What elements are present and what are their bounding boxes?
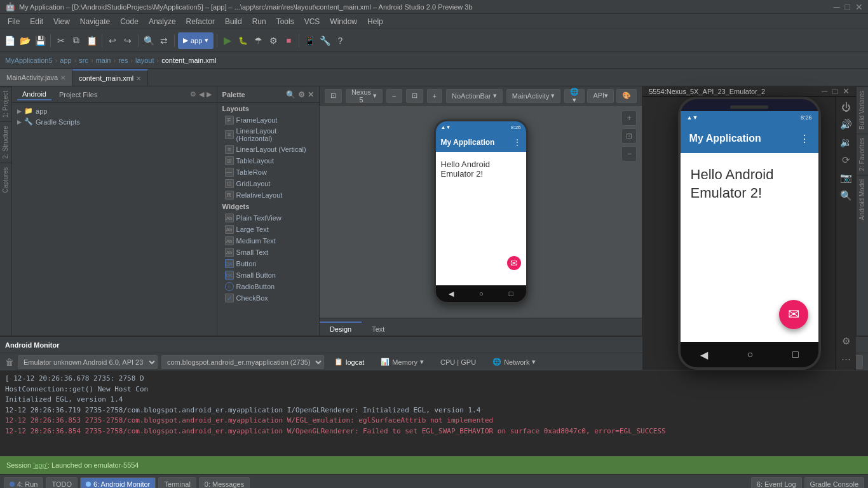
theme-btn[interactable]: 🎨 (616, 89, 637, 103)
panel-chevron-left[interactable]: ◀ (199, 90, 204, 98)
menu-help[interactable]: Help (362, 16, 388, 27)
fit-screen-btn[interactable]: ⊡ (406, 89, 423, 103)
phone-fab[interactable]: ✉ (507, 256, 521, 270)
emu-power-btn[interactable]: ⏻ (841, 102, 851, 112)
emulator-minimize-btn[interactable]: ─ (822, 86, 827, 96)
android-monitor-btn[interactable]: 6: Android Monitor (80, 477, 156, 489)
panel-settings-icon[interactable]: ⚙ (190, 90, 196, 98)
debug-btn[interactable]: 🐛 (236, 34, 250, 48)
layout-toggle-btn[interactable]: ⊡ (325, 89, 342, 103)
palette-tablelayout[interactable]: ⊞ TableLayout (217, 155, 319, 166)
canvas-zoom-fit-btn[interactable]: ⊡ (621, 128, 637, 144)
palette-relativelayout[interactable]: R RelativeLayout (217, 189, 319, 201)
canvas-area[interactable]: ▲▼ 8:26 My Application ⋮ Hello Android E… (320, 105, 642, 318)
event-log-btn[interactable]: 6: Event Log (751, 477, 802, 489)
help-btn[interactable]: ? (333, 34, 347, 48)
run-btn[interactable]: ▶ (220, 34, 234, 48)
package-selector[interactable]: com.blogspot.android_er.myapplication (2… (161, 355, 324, 369)
vtab-project[interactable]: 1: Project (0, 86, 11, 121)
activity-selector[interactable]: MainActivity▾ (506, 89, 561, 103)
palette-gridlayout[interactable]: ⊡ GridLayout (217, 178, 319, 189)
app-dropdown[interactable]: ▶ app ▾ (178, 32, 214, 49)
palette-linearlayout-h[interactable]: ≡ LinearLayout (Horizontal) (217, 126, 319, 144)
view-tab-design[interactable]: Design (320, 322, 362, 336)
bc-item-3[interactable]: main (96, 57, 111, 64)
maximize-btn[interactable]: □ (845, 2, 850, 12)
emulator-maximize-btn[interactable]: □ (832, 86, 837, 96)
emu-settings-btn[interactable]: ⚙ (842, 336, 850, 347)
palette-settings-icon[interactable]: ⚙ (298, 90, 305, 99)
palette-linearlayout-v[interactable]: ≡ LinearLayout (Vertical) (217, 144, 319, 155)
palette-tablerow[interactable]: — TableRow (217, 166, 319, 178)
vtab-android-model[interactable]: Android Model (857, 175, 868, 224)
coverage-btn[interactable]: ☂ (251, 34, 265, 48)
palette-search-icon[interactable]: 🔍 (286, 90, 295, 99)
panel-tab-project-files[interactable]: Project Files (54, 90, 103, 100)
paste-btn[interactable]: 📋 (85, 34, 98, 48)
emu-volume-up-btn[interactable]: 🔊 (840, 119, 852, 130)
tree-item-gradle[interactable]: ▶ 🔧 Gradle Scripts (12, 116, 217, 127)
panel-chevron-right[interactable]: ▶ (207, 90, 212, 98)
emu-screenshot-btn[interactable]: 📷 (840, 172, 852, 184)
bc-item-4[interactable]: res (118, 57, 128, 64)
new-file-btn[interactable]: 📄 (3, 34, 17, 48)
bc-item-1[interactable]: app (60, 57, 71, 64)
menu-analyze[interactable]: Analyze (144, 16, 181, 27)
palette-small-button[interactable]: OK Small Button (217, 269, 319, 281)
vtab-build-variants[interactable]: Build Variants (857, 86, 868, 133)
delete-icon[interactable]: 🗑 (5, 357, 14, 367)
monitor-tab-network[interactable]: 🌐 Network ▾ (486, 356, 542, 367)
emu-more-btn[interactable]: ⋯ (841, 353, 851, 365)
emu-volume-down-btn[interactable]: 🔉 (840, 137, 852, 148)
terminal-btn[interactable]: Terminal (158, 477, 196, 489)
messages-btn[interactable]: 0: Messages (199, 477, 250, 489)
redo-btn[interactable]: ↪ (121, 34, 135, 48)
palette-small-text[interactable]: Ab Small Text (217, 247, 319, 258)
phone-back-btn[interactable]: ◀ (449, 290, 454, 298)
cut-btn[interactable]: ✂ (54, 34, 68, 48)
panel-tab-android[interactable]: Android (17, 89, 51, 100)
zoom-out-btn[interactable]: − (386, 89, 402, 103)
monitor-tab-logcat[interactable]: 📋 logcat (328, 356, 370, 367)
palette-large-text[interactable]: Ab Large Text (217, 224, 319, 235)
emu-zoom-btn[interactable]: 🔍 (840, 190, 852, 201)
todo-btn[interactable]: TODO (46, 477, 78, 489)
palette-plain-textview[interactable]: Ab Plain TextView (217, 212, 319, 224)
gradle-console-btn[interactable]: Gradle Console (804, 477, 864, 489)
locale-btn[interactable]: 🌐▾ (564, 89, 585, 103)
profile-btn[interactable]: ⚙ (266, 34, 280, 48)
zoom-in-btn[interactable]: + (427, 89, 442, 103)
device-selector[interactable]: Nexus 5▾ (346, 89, 383, 103)
tab-content-main-close[interactable]: ✕ (136, 75, 141, 82)
tab-main-activity[interactable]: MainActivity.java ✕ (0, 69, 72, 86)
menu-code[interactable]: Code (115, 16, 144, 27)
emu-fab[interactable]: ✉ (779, 300, 808, 329)
session-app-link[interactable]: 'app' (33, 461, 48, 469)
stop-btn[interactable]: ■ (281, 34, 295, 48)
emu-home-btn[interactable]: ○ (747, 349, 753, 360)
emulator-close-btn[interactable]: ✕ (843, 86, 850, 96)
menu-view[interactable]: View (48, 16, 75, 27)
vtab-structure[interactable]: 2: Structure (0, 121, 11, 163)
undo-btn[interactable]: ↩ (105, 34, 119, 48)
emu-rotate-btn[interactable]: ⟳ (842, 154, 850, 166)
menu-navigate[interactable]: Navigate (75, 16, 115, 27)
canvas-zoom-out-btn[interactable]: − (621, 146, 637, 161)
network-options-icon[interactable]: ▾ (532, 358, 536, 366)
avd-btn[interactable]: 📱 (302, 34, 316, 48)
api-level-btn[interactable]: API▾ (587, 89, 614, 103)
phone-recents-btn[interactable]: □ (509, 290, 513, 297)
menu-run[interactable]: Run (247, 16, 271, 27)
menu-refactor[interactable]: Refactor (181, 16, 220, 27)
phone-home-btn[interactable]: ○ (479, 290, 484, 297)
vtab-captures[interactable]: Captures (0, 163, 11, 197)
bc-item-6[interactable]: content_main.xml (161, 57, 216, 64)
menu-build[interactable]: Build (220, 16, 247, 27)
close-btn[interactable]: ✕ (855, 2, 863, 12)
replace-btn[interactable]: ⇄ (157, 34, 171, 48)
tree-item-app[interactable]: ▶ 📁 app (12, 105, 217, 116)
palette-close-icon[interactable]: ✕ (308, 90, 314, 99)
monitor-tab-cpu[interactable]: CPU | GPU (434, 357, 482, 367)
bc-item-0[interactable]: MyApplication5 (5, 57, 53, 64)
menu-vcs[interactable]: VCS (299, 16, 325, 27)
